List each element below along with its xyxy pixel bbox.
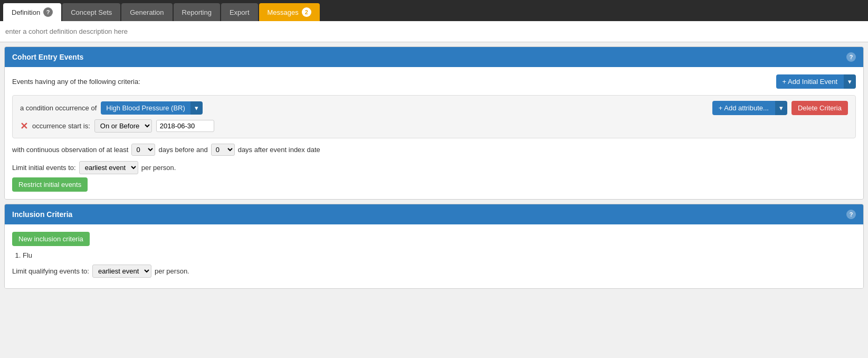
inclusion-list: Flu bbox=[12, 251, 856, 259]
qualifying-limit-suffix: per person. bbox=[155, 267, 189, 275]
tab-reporting[interactable]: Reporting bbox=[174, 3, 220, 21]
obs-middle: days before and bbox=[158, 146, 207, 154]
inclusion-criteria-title: Inclusion Criteria bbox=[12, 210, 72, 219]
tab-concept-sets-label: Concept Sets bbox=[71, 8, 112, 16]
tab-concept-sets[interactable]: Concept Sets bbox=[62, 3, 120, 21]
concept-dropdown: High Blood Pressure (BR) ▾ bbox=[101, 101, 203, 115]
cohort-entry-events-title: Cohort Entry Events bbox=[12, 53, 83, 61]
tab-generation[interactable]: Generation bbox=[121, 3, 172, 21]
limit-select[interactable]: earliest event latest event all events bbox=[79, 161, 138, 174]
delete-criteria-button[interactable]: Delete Criteria bbox=[791, 101, 848, 115]
tab-definition[interactable]: Definition ? bbox=[3, 3, 61, 21]
messages-badge: 2 bbox=[302, 7, 311, 17]
criteria-left: a condition occurrence of High Blood Pre… bbox=[20, 101, 203, 115]
days-before-select[interactable]: 01730 bbox=[131, 144, 155, 156]
tab-messages-label: Messages bbox=[268, 8, 299, 16]
qualifying-limit-row: Limit qualifying events to: earliest eve… bbox=[12, 265, 856, 278]
nav-tabs: Definition ? Concept Sets Generation Rep… bbox=[0, 0, 868, 21]
obs-prefix: with continuous observation of at least bbox=[12, 146, 128, 154]
limit-suffix: per person. bbox=[141, 164, 176, 172]
tab-messages[interactable]: Messages 2 bbox=[259, 3, 320, 21]
remove-attribute-button[interactable]: ✕ bbox=[20, 120, 28, 132]
definition-help-icon[interactable]: ? bbox=[43, 7, 53, 17]
inclusion-criteria-panel: Inclusion Criteria ? New inclusion crite… bbox=[4, 204, 864, 289]
attribute-operator-select[interactable]: On or Before On or After Before After On bbox=[94, 119, 152, 133]
tab-definition-label: Definition bbox=[12, 8, 40, 16]
cohort-entry-events-header: Cohort Entry Events ? bbox=[5, 47, 863, 67]
obs-suffix: days after event index date bbox=[238, 146, 320, 154]
qualifying-limit-prefix: Limit qualifying events to: bbox=[12, 267, 89, 275]
observation-row: with continuous observation of at least … bbox=[12, 144, 856, 156]
list-item: Flu bbox=[23, 251, 856, 259]
concept-caret-button[interactable]: ▾ bbox=[190, 101, 203, 115]
concept-name-button[interactable]: High Blood Pressure (BR) bbox=[101, 101, 190, 115]
attribute-label: occurrence start is: bbox=[32, 122, 90, 130]
inclusion-item-name: Flu bbox=[23, 251, 32, 259]
add-attribute-split: + Add attribute... ▾ bbox=[712, 101, 787, 115]
cohort-entry-events-panel: Cohort Entry Events ? Events having any … bbox=[4, 46, 864, 200]
add-attribute-button[interactable]: + Add attribute... bbox=[712, 101, 775, 115]
attribute-value-input[interactable] bbox=[156, 120, 214, 132]
events-label-row: Events having any of the following crite… bbox=[12, 74, 856, 89]
criteria-main-row: a condition occurrence of High Blood Pre… bbox=[20, 101, 848, 115]
add-attribute-caret[interactable]: ▾ bbox=[775, 101, 787, 115]
inclusion-criteria-header: Inclusion Criteria ? bbox=[5, 204, 863, 224]
tab-reporting-label: Reporting bbox=[182, 8, 212, 16]
criteria-actions: + Add attribute... ▾ Delete Criteria bbox=[712, 101, 848, 115]
inclusion-criteria-body: New inclusion criteria Flu Limit qualify… bbox=[5, 224, 863, 288]
attribute-row: ✕ occurrence start is: On or Before On o… bbox=[20, 119, 848, 133]
cohort-entry-events-help-icon[interactable]: ? bbox=[846, 52, 856, 62]
add-initial-event-split: + Add Initial Event ▾ bbox=[776, 74, 856, 89]
limit-prefix: Limit initial events to: bbox=[12, 164, 76, 172]
tab-export[interactable]: Export bbox=[221, 3, 258, 21]
restrict-initial-events-button[interactable]: Restrict initial events bbox=[12, 177, 88, 192]
days-after-select[interactable]: 01730 bbox=[211, 144, 235, 156]
qualifying-limit-select[interactable]: earliest event latest event all events bbox=[92, 265, 151, 278]
tab-export-label: Export bbox=[230, 8, 250, 16]
inclusion-criteria-help-icon[interactable]: ? bbox=[846, 210, 856, 219]
add-initial-event-button[interactable]: + Add Initial Event bbox=[776, 74, 844, 89]
new-inclusion-criteria-button[interactable]: New inclusion criteria bbox=[12, 232, 90, 246]
description-bar bbox=[0, 21, 868, 42]
add-initial-event-caret[interactable]: ▾ bbox=[844, 74, 856, 89]
tab-generation-label: Generation bbox=[130, 8, 164, 16]
description-input[interactable] bbox=[5, 27, 863, 35]
criteria-box: a condition occurrence of High Blood Pre… bbox=[12, 95, 856, 138]
cohort-entry-events-body: Events having any of the following crite… bbox=[5, 67, 863, 199]
events-label-text: Events having any of the following crite… bbox=[12, 78, 140, 86]
limit-row: Limit initial events to: earliest event … bbox=[12, 161, 856, 174]
condition-prefix: a condition occurrence of bbox=[20, 104, 97, 112]
